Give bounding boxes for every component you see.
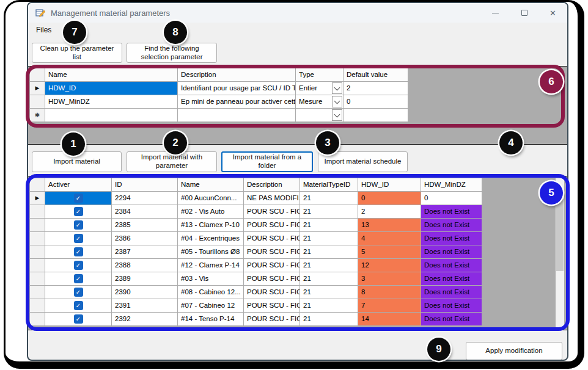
materialtypeid-cell[interactable]: 21 (300, 245, 358, 259)
materialtypeid-cell[interactable]: 21 (300, 272, 358, 286)
materialtypeid-cell[interactable]: 21 (300, 299, 358, 313)
description-cell[interactable]: POUR SCU - FIC... (244, 232, 300, 245)
description-cell[interactable]: POUR SCU - FIC... (244, 272, 300, 286)
minimize-button[interactable] (481, 3, 510, 23)
name-cell[interactable]: #03 - Vis (178, 272, 244, 286)
column-header-default-value[interactable]: Default value (344, 68, 408, 82)
id-cell[interactable]: 2294 (112, 192, 178, 205)
param-type-cell[interactable]: Mesure (296, 95, 344, 109)
activer-cell[interactable]: ✓ (45, 205, 112, 219)
materialtypeid-cell[interactable]: 21 (300, 286, 358, 299)
menu-files[interactable]: Files (32, 24, 56, 36)
id-cell[interactable]: 2391 (112, 299, 178, 313)
hdw-mindz-cell[interactable]: Does not Exist (421, 232, 482, 245)
import-material-schedule-button[interactable]: Import material schedule (318, 151, 408, 172)
hdw-id-cell[interactable]: 12 (358, 259, 421, 272)
param-description-cell[interactable]: Identifiant pour usage par SCU / ID To..… (178, 82, 296, 95)
materialtypeid-cell[interactable]: 21 (300, 219, 358, 232)
activer-checkbox[interactable]: ✓ (74, 234, 83, 243)
id-cell[interactable]: 2389 (112, 272, 178, 286)
hdw-mindz-cell[interactable]: Does not Exist (421, 205, 482, 219)
description-cell[interactable]: POUR SCU - FIC... (244, 299, 300, 313)
type-dropdown-button[interactable] (332, 96, 342, 107)
maximize-button[interactable] (510, 3, 538, 23)
hdw-id-cell[interactable]: 13 (358, 219, 421, 232)
activer-checkbox[interactable]: ✓ (74, 288, 83, 297)
description-cell[interactable]: POUR SCU - FIC... (244, 205, 300, 219)
row-selector[interactable] (30, 272, 45, 286)
name-cell[interactable]: #00 AucunConn... (178, 192, 244, 205)
current-row-indicator[interactable]: ▶ (30, 192, 45, 205)
id-cell[interactable]: 2384 (112, 205, 178, 219)
hdw-mindz-cell[interactable]: Does not Exist (421, 313, 482, 326)
id-cell[interactable]: 2388 (112, 259, 178, 272)
name-cell[interactable]: #08 - Cabineo 12... (178, 286, 244, 299)
id-cell[interactable]: 2387 (112, 245, 178, 259)
column-header-hdw-mindz[interactable]: HDW_MinDZ (421, 178, 482, 192)
id-cell[interactable]: 2392 (112, 313, 178, 326)
param-type-cell[interactable] (296, 109, 344, 122)
param-default-cell[interactable] (344, 109, 408, 122)
column-header-description[interactable]: Description (178, 68, 296, 82)
param-default-cell[interactable]: 2 (344, 82, 408, 95)
hdw-id-cell[interactable]: 5 (358, 245, 421, 259)
hdw-id-cell[interactable]: 2 (358, 205, 421, 219)
description-cell[interactable]: POUR SCU - FIC... (244, 245, 300, 259)
column-header-activer[interactable]: Activer (45, 178, 112, 192)
hdw-mindz-cell[interactable]: Does not Exist (421, 286, 482, 299)
activer-checkbox[interactable]: ✓ (74, 301, 83, 310)
activer-cell[interactable]: ✓ (45, 219, 112, 232)
hdw-id-cell[interactable]: 0 (358, 192, 421, 205)
current-row-indicator[interactable]: ▶ (30, 82, 45, 95)
import-material-from-folder-button[interactable]: Import material from a folder (221, 151, 313, 172)
row-selector[interactable] (30, 205, 45, 219)
description-cell[interactable]: POUR SCU - FIC... (244, 219, 300, 232)
hdw-id-cell[interactable]: 7 (358, 299, 421, 313)
type-dropdown-button[interactable] (332, 82, 342, 94)
scrollbar-thumb[interactable] (556, 199, 564, 271)
description-cell[interactable]: POUR SCU - FIC... (244, 259, 300, 272)
row-selector[interactable] (30, 313, 45, 326)
name-cell[interactable]: #14 - Tenso P-14 (178, 313, 244, 326)
column-header-type[interactable]: Type (296, 68, 344, 82)
activer-cell[interactable]: ✓ (45, 286, 112, 299)
name-cell[interactable]: #12 - Clamex P-14 (178, 259, 244, 272)
type-dropdown-button[interactable] (332, 109, 342, 121)
activer-checkbox[interactable]: ✓ (74, 274, 83, 283)
activer-checkbox[interactable]: ✓ (74, 261, 83, 270)
activer-cell[interactable]: ✓ (45, 313, 112, 326)
param-default-cell[interactable]: 0 (344, 95, 408, 109)
materialtypeid-cell[interactable]: 21 (300, 313, 358, 326)
id-cell[interactable]: 2386 (112, 232, 178, 245)
row-selector[interactable] (30, 286, 45, 299)
name-cell[interactable]: #05 - Tourillons Ø8 (178, 245, 244, 259)
activer-cell[interactable]: ✓ (45, 192, 112, 205)
row-selector[interactable] (30, 219, 45, 232)
column-header-materialtypeid[interactable]: MaterialTypeID (300, 178, 358, 192)
row-selector[interactable] (30, 259, 45, 272)
row-selector[interactable] (30, 95, 45, 109)
activer-checkbox[interactable]: ✓ (74, 247, 83, 256)
description-cell[interactable]: POUR SCU - FIC... (244, 313, 300, 326)
id-cell[interactable]: 2390 (112, 286, 178, 299)
hdw-mindz-cell[interactable]: Does not Exist (421, 272, 482, 286)
activer-checkbox[interactable]: ✓ (74, 220, 83, 230)
name-cell[interactable]: #13 - Clamex P-10 (178, 219, 244, 232)
param-description-cell[interactable]: Ep mini de panneau pour activer cette ..… (178, 95, 296, 109)
column-header-name[interactable]: Name (45, 68, 178, 82)
hdw-id-cell[interactable]: 8 (358, 286, 421, 299)
hdw-id-cell[interactable]: 3 (358, 272, 421, 286)
name-cell[interactable]: #07 - Cabineo 12 (178, 299, 244, 313)
row-selector[interactable] (30, 245, 45, 259)
description-cell[interactable]: POUR SCU - FIC... (244, 286, 300, 299)
find-selection-parameter-button[interactable]: Find the following selection parameter (127, 43, 217, 63)
id-cell[interactable]: 2385 (112, 219, 178, 232)
new-row-indicator[interactable]: ✱ (30, 109, 45, 122)
activer-checkbox[interactable]: ✓ (74, 207, 83, 216)
apply-modification-button[interactable]: Apply modification (466, 342, 562, 360)
hdw-mindz-cell[interactable]: Does not Exist (421, 245, 482, 259)
name-cell[interactable]: #02 - Vis Auto (178, 205, 244, 219)
activer-cell[interactable]: ✓ (45, 272, 112, 286)
materialtypeid-cell[interactable]: 21 (300, 205, 358, 219)
param-description-cell[interactable] (178, 109, 296, 122)
